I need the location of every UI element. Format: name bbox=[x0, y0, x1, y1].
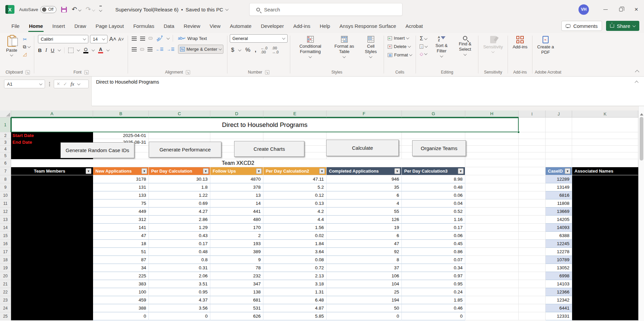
cell[interactable] bbox=[519, 199, 546, 208]
decrease-decimal-button[interactable]: .00→.0 bbox=[272, 46, 278, 54]
align-left-icon[interactable] bbox=[132, 47, 137, 48]
collapse-ribbon-icon[interactable] bbox=[635, 70, 639, 74]
cell[interactable] bbox=[572, 146, 638, 152]
data-cell[interactable]: 92 bbox=[327, 248, 402, 256]
case-id-cell[interactable]: 12331 bbox=[546, 312, 572, 320]
cell[interactable] bbox=[465, 272, 519, 280]
case-id-cell[interactable]: 6441 bbox=[546, 304, 572, 312]
align-top-icon[interactable] bbox=[132, 37, 137, 37]
fill-button[interactable]: ↓ bbox=[418, 44, 429, 49]
format-cells-button[interactable]: ▤Format bbox=[386, 52, 414, 58]
team-member-cell[interactable] bbox=[11, 208, 93, 216]
row-number-6[interactable]: 6 bbox=[0, 159, 11, 167]
data-cell[interactable]: 0.24 bbox=[402, 288, 465, 296]
sort-filter-button[interactable]: AZ Sort & Filter bbox=[431, 34, 452, 59]
column-header-G[interactable]: G bbox=[402, 110, 465, 118]
cell[interactable] bbox=[402, 132, 465, 139]
cell[interactable] bbox=[465, 159, 519, 167]
cell[interactable] bbox=[519, 118, 546, 132]
case-id-cell[interactable]: 6998 bbox=[546, 272, 572, 280]
cell[interactable] bbox=[465, 139, 519, 146]
share-button[interactable]: Share bbox=[606, 21, 639, 31]
data-cell[interactable]: 1.56 bbox=[263, 224, 327, 232]
tab-insert[interactable]: Insert bbox=[48, 19, 70, 33]
tab-home[interactable]: Home bbox=[24, 19, 48, 33]
fill-handle[interactable] bbox=[517, 131, 520, 133]
data-cell[interactable]: 4.4 bbox=[263, 216, 327, 224]
cell[interactable] bbox=[572, 132, 638, 139]
data-cell[interactable]: 383 bbox=[93, 280, 149, 288]
data-cell[interactable]: 0 bbox=[149, 312, 210, 320]
team-member-cell[interactable] bbox=[11, 296, 93, 304]
cell[interactable] bbox=[465, 256, 519, 264]
data-cell[interactable]: 1.22 bbox=[149, 191, 210, 199]
associated-name-cell[interactable] bbox=[572, 272, 638, 280]
associated-name-cell[interactable] bbox=[572, 312, 638, 320]
row-number-1[interactable]: 1 bbox=[0, 118, 11, 132]
organize-teams-button[interactable]: Organize Teams bbox=[412, 140, 466, 156]
data-cell[interactable]: 19 bbox=[327, 224, 402, 232]
cell[interactable] bbox=[519, 280, 546, 288]
data-cell[interactable]: 0.13 bbox=[263, 199, 327, 208]
associated-name-cell[interactable] bbox=[572, 216, 638, 224]
increase-indent-icon[interactable]: →☰ bbox=[167, 47, 175, 52]
tab-view[interactable]: View bbox=[205, 19, 225, 33]
data-cell[interactable]: 0.08 bbox=[263, 256, 327, 264]
team-member-cell[interactable] bbox=[11, 216, 93, 224]
percent-format-button[interactable]: % bbox=[245, 47, 250, 53]
data-cell[interactable]: 1.16 bbox=[402, 216, 465, 224]
data-cell[interactable]: 2.86 bbox=[149, 216, 210, 224]
data-cell[interactable]: 0.17 bbox=[402, 224, 465, 232]
team-member-cell[interactable] bbox=[11, 288, 93, 296]
tab-ansys-response-surface[interactable]: Ansys Response Surface bbox=[335, 19, 401, 33]
cell[interactable] bbox=[465, 232, 519, 240]
cell[interactable] bbox=[519, 208, 546, 216]
data-cell[interactable]: 55 bbox=[327, 208, 402, 216]
cell[interactable] bbox=[465, 146, 519, 152]
case-id-cell[interactable]: 10789 bbox=[546, 256, 572, 264]
row-number-12[interactable]: 12 bbox=[0, 208, 11, 216]
cell[interactable] bbox=[519, 167, 546, 175]
column-header-J[interactable]: J bbox=[546, 110, 572, 118]
data-cell[interactable]: 2.06 bbox=[149, 272, 210, 280]
associated-name-cell[interactable] bbox=[572, 304, 638, 312]
cell[interactable] bbox=[519, 159, 546, 167]
case-id-cell[interactable]: 13149 bbox=[546, 183, 572, 191]
associated-name-cell[interactable] bbox=[572, 248, 638, 256]
case-id-cell[interactable]: 13669 bbox=[546, 208, 572, 216]
table-header-associated-names[interactable]: Associated Names bbox=[572, 167, 638, 175]
row-number-24[interactable]: 24 bbox=[0, 304, 11, 312]
cell[interactable] bbox=[465, 280, 519, 288]
case-id-cell[interactable]: 6388 bbox=[546, 232, 572, 240]
tab-developer[interactable]: Developer bbox=[256, 19, 289, 33]
cell[interactable] bbox=[519, 139, 546, 146]
cut-button[interactable]: ✂ bbox=[22, 36, 32, 42]
cell[interactable] bbox=[465, 312, 519, 320]
data-cell[interactable]: 6 bbox=[327, 191, 402, 199]
data-cell[interactable]: 126 bbox=[327, 216, 402, 224]
cell[interactable] bbox=[327, 132, 402, 139]
excel-app-icon[interactable]: X bbox=[5, 5, 14, 14]
data-cell[interactable]: 6 bbox=[327, 232, 402, 240]
filter-dropdown-icon[interactable]: ▼ bbox=[203, 168, 209, 174]
bold-button[interactable]: B bbox=[38, 47, 42, 53]
team-member-cell[interactable] bbox=[11, 199, 93, 208]
cell[interactable] bbox=[465, 224, 519, 232]
orientation-icon[interactable]: ab↗ bbox=[155, 34, 164, 43]
delete-cells-button[interactable]: ✕Delete bbox=[386, 43, 412, 50]
data-cell[interactable]: 4.37 bbox=[149, 296, 210, 304]
cell[interactable] bbox=[519, 191, 546, 199]
close-button[interactable]: × bbox=[629, 0, 644, 19]
row-number-7[interactable]: 7 bbox=[0, 167, 11, 175]
customize-qat-button[interactable] bbox=[99, 6, 102, 13]
cell[interactable] bbox=[149, 132, 210, 139]
data-cell[interactable]: 37 bbox=[327, 264, 402, 272]
filter-dropdown-icon[interactable]: ▼ bbox=[394, 168, 400, 174]
tab-add-ins[interactable]: Add-ins bbox=[289, 19, 315, 33]
number-dialog-launcher-icon[interactable]: ↘ bbox=[265, 70, 269, 75]
row-number-21[interactable]: 21 bbox=[0, 280, 11, 288]
case-id-cell[interactable]: 14205 bbox=[546, 216, 572, 224]
cell[interactable] bbox=[546, 159, 572, 167]
data-cell[interactable]: 34 bbox=[93, 264, 149, 272]
data-cell[interactable]: 194 bbox=[327, 296, 402, 304]
